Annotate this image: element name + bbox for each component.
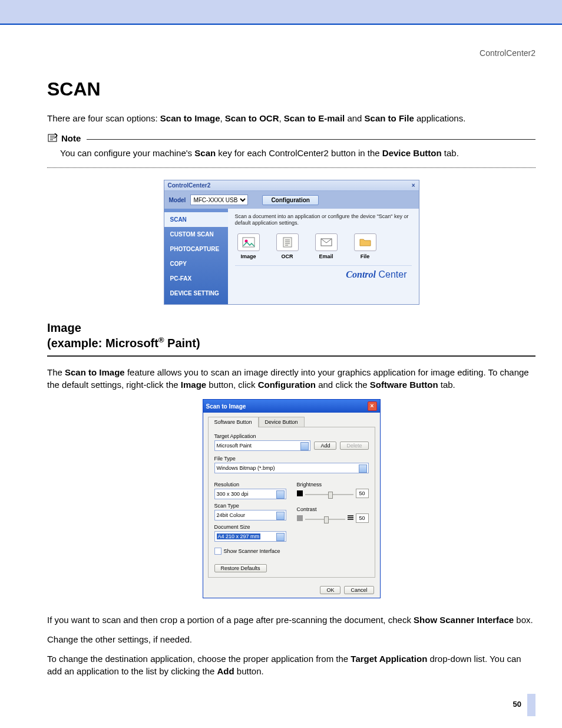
- show-scanner-paragraph: If you want to scan and then crop a port…: [47, 614, 535, 626]
- model-label: Model: [169, 197, 186, 203]
- model-select[interactable]: MFC-XXXX USB: [190, 195, 248, 205]
- target-app-paragraph: To change the destination application, c…: [47, 653, 535, 677]
- cancel-button[interactable]: Cancel: [344, 586, 373, 594]
- note-icon: [47, 133, 59, 143]
- docsize-label: Document Size: [214, 524, 286, 530]
- change-settings-paragraph: Change the other settings, if needed.: [47, 633, 535, 645]
- ok-button[interactable]: OK: [320, 586, 340, 594]
- brightness-label: Brightness: [297, 482, 369, 487]
- page-tab-icon: [527, 694, 535, 716]
- sidebar-item-pcfax[interactable]: PC-FAX: [164, 271, 228, 286]
- svg-rect-3: [283, 238, 292, 247]
- page-number: 50: [513, 700, 521, 709]
- envelope-icon: [320, 237, 333, 248]
- scan-to-file-button[interactable]: File: [354, 233, 376, 259]
- image-paragraph: The Scan to Image feature allows you to …: [47, 366, 535, 391]
- dark-icon: [297, 490, 303, 496]
- checkbox-icon: [214, 548, 222, 555]
- header-section: ControlCenter2: [0, 37, 562, 78]
- section-heading-image: Image (example: Microsoft® Paint): [47, 320, 535, 351]
- high-contrast-icon: [348, 515, 353, 521]
- tab-software-button[interactable]: Software Button: [208, 417, 259, 427]
- cc-brand: Control Center: [235, 265, 412, 282]
- close-icon[interactable]: ×: [412, 182, 415, 189]
- page-footer: 50: [0, 684, 562, 728]
- svg-rect-6: [297, 515, 303, 521]
- restore-defaults-button[interactable]: Restore Defaults: [214, 564, 267, 572]
- intro-paragraph: There are four scan options: Scan to Ima…: [47, 112, 535, 124]
- brightness-value[interactable]: 50: [356, 489, 369, 498]
- note-block: Note You can configure your machine's Sc…: [47, 133, 535, 168]
- page-top-bar: [0, 0, 562, 24]
- contrast-slider[interactable]: [305, 519, 345, 520]
- sidebar-item-scan[interactable]: SCAN: [164, 212, 228, 227]
- sidebar-item-device[interactable]: DEVICE SETTING: [164, 286, 228, 301]
- scantype-select[interactable]: 24bit Colour: [214, 510, 286, 521]
- resolution-select[interactable]: 300 x 300 dpi: [214, 489, 286, 499]
- target-app-select[interactable]: Microsoft Paint: [214, 440, 311, 451]
- sidebar-item-copy[interactable]: COPY: [164, 256, 228, 271]
- scan-to-image-button[interactable]: Image: [237, 233, 260, 259]
- svg-rect-1: [243, 238, 254, 247]
- scan-to-ocr-button[interactable]: OCR: [276, 233, 299, 259]
- sidebar-item-photocapture[interactable]: PHOTOCAPTURE: [164, 242, 228, 256]
- controlcenter-window: ControlCenter2 × Model MFC-XXXX USB Conf…: [164, 180, 419, 305]
- low-contrast-icon: [297, 515, 303, 521]
- show-scanner-checkbox[interactable]: Show Scanner Interface: [214, 548, 286, 555]
- scantype-label: Scan Type: [214, 503, 286, 509]
- docsize-select[interactable]: A4 210 x 297 mm: [214, 531, 286, 542]
- tab-device-button[interactable]: Device Button: [259, 417, 305, 427]
- scan-to-email-button[interactable]: Email: [315, 233, 338, 259]
- picture-icon: [242, 237, 255, 248]
- resolution-label: Resolution: [214, 482, 286, 487]
- sidebar-item-custom-scan[interactable]: CUSTOM SCAN: [164, 227, 228, 242]
- folder-icon: [359, 237, 372, 248]
- dialog-title: Scan to Image: [206, 403, 246, 410]
- cc-title: ControlCenter2: [168, 182, 211, 189]
- document-icon: [281, 237, 294, 248]
- delete-button[interactable]: Delete: [340, 442, 368, 450]
- contrast-label: Contrast: [297, 506, 369, 512]
- target-app-label: Target Application: [214, 433, 369, 439]
- filetype-label: File Type: [214, 456, 369, 462]
- cc-sidebar: SCAN CUSTOM SCAN PHOTOCAPTURE COPY PC-FA…: [164, 209, 228, 304]
- page-rule: [0, 24, 562, 25]
- cc-description: Scan a document into an application or c…: [235, 213, 412, 226]
- brightness-slider[interactable]: [305, 494, 353, 495]
- configuration-button[interactable]: Configuration: [262, 195, 319, 205]
- contrast-value[interactable]: 50: [356, 513, 369, 523]
- filetype-select[interactable]: Windows Bitmap (*.bmp): [214, 463, 369, 473]
- close-icon[interactable]: ×: [368, 401, 377, 411]
- page-title: SCAN: [47, 78, 535, 100]
- svg-rect-5: [297, 490, 303, 496]
- scan-to-image-dialog: Scan to Image × Software Button Device B…: [203, 399, 381, 598]
- add-button[interactable]: Add: [314, 442, 336, 450]
- note-label: Note: [61, 133, 81, 143]
